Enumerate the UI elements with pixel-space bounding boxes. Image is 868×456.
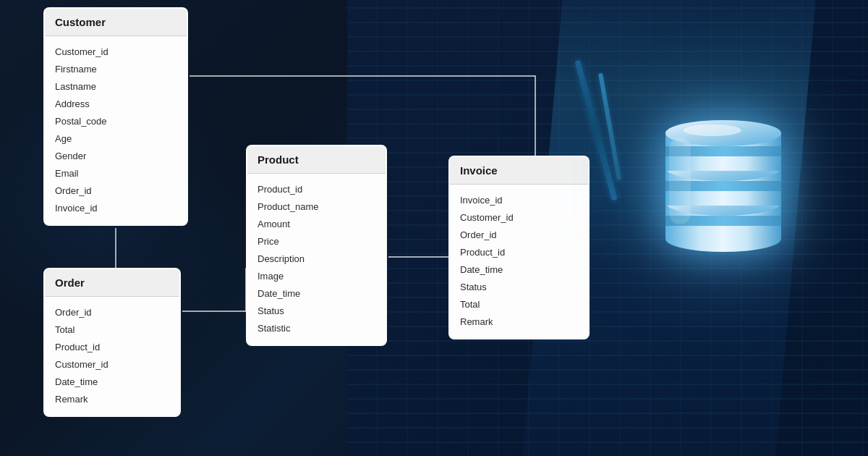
field-status: Status — [460, 279, 578, 296]
product-table-body: Product_idProduct_nameAmountPriceDescrip… — [247, 174, 386, 345]
order-title: Order — [55, 276, 85, 289]
customer-title: Customer — [55, 16, 106, 28]
product-title: Product — [258, 153, 299, 166]
svg-point-12 — [684, 124, 741, 136]
field-gender: Gender — [55, 148, 176, 165]
field-total: Total — [55, 321, 169, 339]
field-email: Email — [55, 165, 176, 182]
field-description: Description — [258, 250, 375, 268]
customer-table: Customer Customer_idFirstnameLastnameAdd… — [43, 7, 188, 226]
database-icon — [651, 109, 810, 268]
field-date-time: Date_time — [55, 373, 169, 391]
field-address: Address — [55, 96, 176, 113]
customer-fields: Customer_idFirstnameLastnameAddressPosta… — [55, 43, 176, 217]
field-lastname: Lastname — [55, 78, 176, 96]
field-remark: Remark — [460, 313, 578, 331]
svg-point-5 — [665, 226, 781, 252]
field-order-id: Order_id — [55, 304, 169, 321]
order-table-header: Order — [45, 269, 179, 297]
svg-rect-13 — [669, 138, 691, 224]
invoice-table: Invoice Invoice_idCustomer_idOrder_idPro… — [448, 156, 590, 339]
field-customer-id: Customer_id — [55, 43, 176, 61]
field-price: Price — [258, 233, 375, 250]
field-product-id: Product_id — [55, 339, 169, 356]
field-invoice-id: Invoice_id — [55, 200, 176, 217]
field-total: Total — [460, 296, 578, 313]
field-customer-id: Customer_id — [460, 209, 578, 227]
database-svg — [651, 109, 796, 253]
invoice-fields: Invoice_idCustomer_idOrder_idProduct_idD… — [460, 192, 578, 331]
field-order-id: Order_id — [55, 182, 176, 200]
field-amount: Amount — [258, 216, 375, 233]
product-fields: Product_idProduct_nameAmountPriceDescrip… — [258, 181, 375, 337]
field-product-id: Product_id — [460, 244, 578, 261]
field-customer-id: Customer_id — [55, 356, 169, 373]
order-table: Order Order_idTotalProduct_idCustomer_id… — [43, 268, 181, 417]
customer-table-body: Customer_idFirstnameLastnameAddressPosta… — [45, 36, 187, 224]
field-age: Age — [55, 130, 176, 148]
field-product-name: Product_name — [258, 198, 375, 216]
field-firstname: Firstname — [55, 61, 176, 78]
invoice-title: Invoice — [460, 164, 498, 177]
customer-table-header: Customer — [45, 9, 187, 36]
field-postal-code: Postal_code — [55, 113, 176, 130]
field-remark: Remark — [55, 391, 169, 408]
field-statistic: Statistic — [258, 320, 375, 337]
product-table-header: Product — [247, 146, 386, 174]
product-table: Product Product_idProduct_nameAmountPric… — [246, 145, 387, 346]
field-date-time: Date_time — [460, 261, 578, 279]
field-status: Status — [258, 303, 375, 320]
field-product-id: Product_id — [258, 181, 375, 198]
field-date-time: Date_time — [258, 285, 375, 303]
order-fields: Order_idTotalProduct_idCustomer_idDate_t… — [55, 304, 169, 408]
field-image: Image — [258, 268, 375, 285]
field-invoice-id: Invoice_id — [460, 192, 578, 209]
field-order-id: Order_id — [460, 227, 578, 244]
order-table-body: Order_idTotalProduct_idCustomer_idDate_t… — [45, 297, 179, 415]
invoice-table-body: Invoice_idCustomer_idOrder_idProduct_idD… — [450, 185, 588, 338]
invoice-table-header: Invoice — [450, 157, 588, 185]
